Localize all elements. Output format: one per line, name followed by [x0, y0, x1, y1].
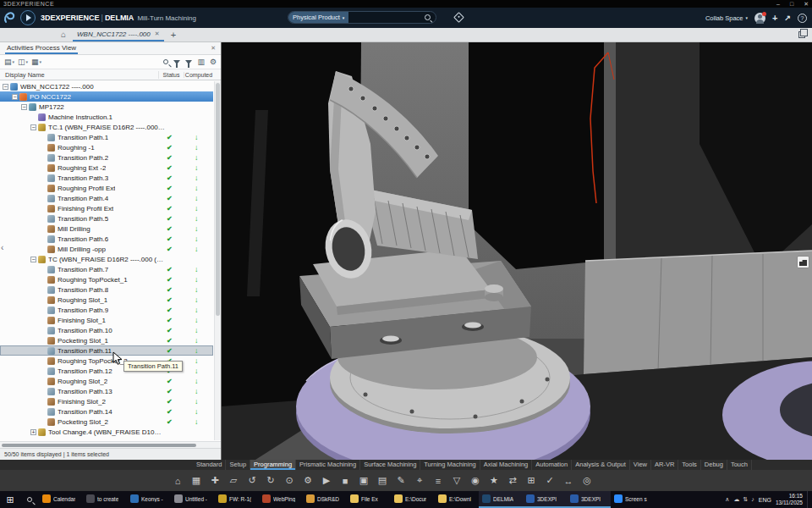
search-icon[interactable]	[163, 59, 168, 64]
column-status[interactable]: Status	[159, 72, 184, 78]
maximize-viewport-icon[interactable]	[798, 31, 805, 38]
open-views-icon[interactable]: ▦▾	[31, 58, 41, 66]
column-display-name[interactable]: Display Name	[0, 71, 159, 79]
taskbar-search-button[interactable]	[20, 491, 39, 508]
measure-icon[interactable]: ↔	[560, 472, 577, 489]
expander-icon[interactable]: −	[30, 257, 36, 262]
tree-vertical-scrollbar[interactable]	[214, 81, 221, 440]
taskbar-app-webping[interactable]: WebPing	[259, 491, 303, 508]
tool-icon[interactable]: ✎	[392, 472, 409, 489]
help-button[interactable]: ?	[798, 14, 807, 23]
stop-icon[interactable]: ■	[337, 472, 354, 489]
tray-expand-icon[interactable]: ∧	[725, 496, 729, 503]
tree-row[interactable]: Transition Path.5✔↓	[0, 213, 213, 224]
ribbon-tab-surface-machining[interactable]: Surface Machining	[360, 460, 420, 470]
tree-row[interactable]: Roughing Ext -2✔↓	[0, 163, 213, 173]
ribbon-tab-analysis-output[interactable]: Analysis & Output	[572, 460, 630, 470]
target-icon[interactable]: ◉	[467, 472, 484, 489]
simulate-icon[interactable]: ▶	[318, 472, 335, 489]
language-indicator[interactable]: ENG	[759, 497, 771, 503]
taskbar-app-delmia[interactable]: DELMIA	[479, 491, 523, 508]
compass-icon[interactable]	[19, 9, 36, 26]
tree-view-icon[interactable]: ▤▾	[4, 58, 14, 66]
close-button[interactable]: ✕	[804, 0, 809, 8]
ribbon-tab-prismatic-machining[interactable]: Prismatic Machining	[296, 460, 360, 470]
tree-row[interactable]: Pocketing Slot_1✔↓	[0, 335, 213, 345]
tree-row[interactable]: Transition Path.10✔↓	[0, 325, 213, 335]
ribbon-tab-setup[interactable]: Setup	[226, 460, 250, 470]
taskbar-app-zoom-screen[interactable]: Screen s	[611, 491, 655, 508]
tree-row[interactable]: Transition Path.7✔↓	[0, 264, 213, 274]
new-icon[interactable]: ✚	[206, 472, 223, 489]
new-tab-button[interactable]: +	[171, 30, 176, 40]
ribbon-tab-touch[interactable]: Touch	[727, 460, 752, 470]
taskbar-app-folder-docur[interactable]: E:\Docur	[391, 491, 435, 508]
tree-row[interactable]: Finishing Profil Ext✔↓	[0, 203, 213, 213]
tree-row[interactable]: Finishing Slot_2✔↓	[0, 396, 213, 406]
volume-icon[interactable]: ♪	[751, 496, 754, 503]
tree-row[interactable]: Mill Drilling -opp✔↓	[0, 244, 213, 254]
tree-row[interactable]: Transition Path.14✔↓	[0, 406, 213, 417]
position-icon[interactable]: ⌖	[411, 472, 428, 489]
favorites-icon[interactable]: ★	[486, 472, 502, 489]
grid-icon[interactable]: ⊞	[523, 472, 540, 489]
expander-icon[interactable]: −	[12, 94, 18, 100]
document-tab[interactable]: WBN_NCC1722 ----.000 ✕	[73, 28, 164, 41]
compute-icon[interactable]: ⚙	[299, 472, 316, 489]
ribbon-tab-debug[interactable]: Debug	[701, 460, 727, 470]
tree-row[interactable]: Roughing Slot_1✔↓	[0, 295, 213, 305]
taskbar-clock[interactable]: 16:15 13/11/2025	[776, 493, 803, 506]
list-icon[interactable]: ≡	[430, 472, 447, 489]
tree-row[interactable]: −PO NCC1722	[0, 91, 213, 102]
expander-icon[interactable]: −	[30, 124, 36, 130]
tree-row[interactable]: +Tool Change.4 (WBN_FRAISE D10R0.5 ----.…	[0, 427, 213, 437]
taskbar-app-3dexperience-1[interactable]: 3DEXPI	[523, 491, 567, 508]
maximize-button[interactable]: □	[790, 0, 793, 8]
tree-row[interactable]: Transition Path.13✔↓	[0, 386, 213, 396]
tree-row[interactable]: Transition Path.11✔↓	[0, 345, 213, 356]
ribbon-tab-standard[interactable]: Standard	[193, 460, 226, 470]
show-desktop-button[interactable]	[807, 491, 809, 508]
search-icon[interactable]: ⊙	[281, 472, 298, 489]
cloud-icon[interactable]: ☁	[733, 496, 739, 503]
taskbar-app-calendar[interactable]: Calendar	[39, 491, 83, 508]
taskbar-app-folder-downl[interactable]: E:\Downl	[435, 491, 479, 508]
tree-row[interactable]: Roughing Slot_2✔↓	[0, 376, 213, 386]
table-icon[interactable]: ▤	[374, 472, 391, 489]
add-content-button[interactable]: +	[772, 14, 777, 23]
taskbar-app-keonys[interactable]: Keonys -	[127, 491, 171, 508]
tree-row[interactable]: Transition Path.4✔↓	[0, 193, 213, 203]
tag-icon[interactable]	[453, 12, 464, 23]
tree-row[interactable]: Transition Path.9✔↓	[0, 305, 213, 315]
tree-row[interactable]: Roughing TopPocket_1✔↓	[0, 274, 213, 284]
expander-icon[interactable]: −	[3, 84, 8, 90]
tree-row[interactable]: Transition Path.8✔↓	[0, 284, 213, 295]
column-computed[interactable]: Computed	[184, 72, 213, 78]
taskbar-app-file-explorer[interactable]: File Ex	[347, 491, 391, 508]
expander-icon[interactable]: −	[21, 104, 27, 110]
tree-row[interactable]: Transition Path.6✔↓	[0, 234, 213, 244]
taskbar-app-dskrd[interactable]: DSkR&D	[303, 491, 347, 508]
viewport-3d[interactable]	[222, 42, 812, 460]
taskbar-app-untitled[interactable]: Untitled -	[171, 491, 215, 508]
close-tab-icon[interactable]: ✕	[155, 30, 160, 37]
tree-row[interactable]: Roughing Profil Ext✔↓	[0, 183, 213, 193]
global-search-input[interactable]	[348, 14, 423, 21]
tree-horizontal-scrollbar[interactable]	[0, 441, 221, 448]
tree-row[interactable]: Transition Path.2✔↓	[0, 152, 213, 163]
tree-row[interactable]: Transition Path.1✔↓	[0, 132, 213, 142]
machine-icon[interactable]: ▣	[355, 472, 372, 489]
panel-collapse-chevron[interactable]: ‹	[1, 243, 3, 252]
collab-space-dropdown[interactable]: Collab Space ▾	[705, 14, 748, 22]
machine-visibility-button[interactable]	[797, 256, 809, 268]
taskbar-app-3dexperience-2[interactable]: 3DEXPI	[567, 491, 611, 508]
user-avatar[interactable]	[754, 13, 765, 24]
ribbon-tab-programming[interactable]: Programming	[250, 460, 296, 470]
minimize-button[interactable]: –	[776, 0, 780, 8]
ribbon-tab-automation[interactable]: Automation	[532, 460, 572, 470]
scrollbar-thumb[interactable]	[2, 444, 196, 447]
taskbar-app-mail[interactable]: FW: R-1(	[215, 491, 259, 508]
share-icon[interactable]: ↗	[784, 14, 791, 22]
ribbon-tab-ar-vr[interactable]: AR-VR	[651, 460, 678, 470]
verify-icon[interactable]: ✓	[541, 472, 558, 489]
